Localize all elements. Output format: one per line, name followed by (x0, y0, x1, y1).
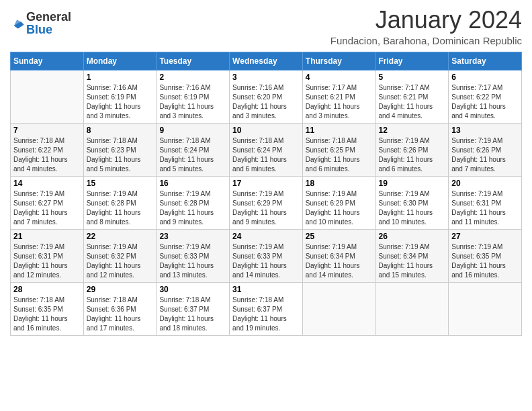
day-number: 31 (232, 285, 300, 294)
day-info: Sunrise: 7:19 AMSunset: 6:29 PMDaylight:… (232, 189, 300, 227)
day-info: Sunrise: 7:17 AMSunset: 6:21 PMDaylight:… (379, 83, 446, 121)
calendar-cell-w3-d6: 20Sunrise: 7:19 AMSunset: 6:31 PMDayligh… (449, 176, 522, 229)
calendar-cell-w3-d4: 18Sunrise: 7:19 AMSunset: 6:29 PMDayligh… (302, 176, 375, 229)
day-number: 16 (159, 179, 226, 188)
day-number: 30 (159, 285, 226, 294)
day-number: 2 (159, 73, 226, 82)
day-info: Sunrise: 7:19 AMSunset: 6:33 PMDaylight:… (232, 242, 300, 280)
calendar-cell-w4-d2: 23Sunrise: 7:19 AMSunset: 6:33 PMDayligh… (157, 229, 230, 282)
logo-icon (10, 15, 25, 30)
day-info: Sunrise: 7:19 AMSunset: 6:31 PMDaylight:… (451, 189, 519, 227)
day-info: Sunrise: 7:19 AMSunset: 6:35 PMDaylight:… (451, 242, 519, 280)
calendar-cell-w5-d3: 31Sunrise: 7:18 AMSunset: 6:37 PMDayligh… (230, 282, 303, 335)
day-number: 29 (87, 285, 154, 294)
day-number: 5 (379, 73, 446, 82)
calendar-cell-w5-d6 (449, 282, 522, 335)
day-info: Sunrise: 7:18 AMSunset: 6:25 PMDaylight:… (306, 136, 373, 174)
day-info: Sunrise: 7:18 AMSunset: 6:37 PMDaylight:… (159, 295, 226, 333)
week-row-2: 7Sunrise: 7:18 AMSunset: 6:22 PMDaylight… (11, 123, 522, 176)
calendar-cell-w1-d0 (11, 70, 84, 123)
calendar-cell-w1-d4: 4Sunrise: 7:17 AMSunset: 6:21 PMDaylight… (302, 70, 375, 123)
day-info: Sunrise: 7:19 AMSunset: 6:29 PMDaylight:… (306, 189, 373, 227)
week-row-5: 28Sunrise: 7:18 AMSunset: 6:35 PMDayligh… (11, 282, 522, 335)
calendar-cell-w5-d1: 29Sunrise: 7:18 AMSunset: 6:36 PMDayligh… (83, 282, 157, 335)
day-number: 28 (13, 285, 81, 294)
calendar-cell-w2-d4: 11Sunrise: 7:18 AMSunset: 6:25 PMDayligh… (302, 123, 375, 176)
day-number: 11 (306, 126, 373, 135)
day-number: 8 (87, 126, 154, 135)
week-row-4: 21Sunrise: 7:19 AMSunset: 6:31 PMDayligh… (11, 229, 522, 282)
day-info: Sunrise: 7:18 AMSunset: 6:22 PMDaylight:… (13, 136, 81, 174)
day-number: 21 (13, 232, 81, 241)
day-number: 25 (306, 232, 373, 241)
day-number: 3 (232, 73, 300, 82)
header-monday: Monday (83, 52, 157, 70)
calendar-cell-w3-d3: 17Sunrise: 7:19 AMSunset: 6:29 PMDayligh… (230, 176, 303, 229)
calendar-cell-w4-d1: 22Sunrise: 7:19 AMSunset: 6:32 PMDayligh… (83, 229, 157, 282)
svg-marker-1 (14, 19, 24, 28)
day-info: Sunrise: 7:16 AMSunset: 6:19 PMDaylight:… (87, 83, 154, 121)
calendar-table: Sunday Monday Tuesday Wednesday Thursday… (10, 52, 522, 336)
day-number: 6 (451, 73, 519, 82)
calendar-cell-w2-d6: 13Sunrise: 7:19 AMSunset: 6:26 PMDayligh… (449, 123, 522, 176)
day-info: Sunrise: 7:18 AMSunset: 6:24 PMDaylight:… (159, 136, 226, 174)
day-number: 22 (87, 232, 154, 241)
day-info: Sunrise: 7:16 AMSunset: 6:19 PMDaylight:… (159, 83, 226, 121)
calendar-cell-w3-d2: 16Sunrise: 7:19 AMSunset: 6:28 PMDayligh… (157, 176, 230, 229)
day-number: 23 (159, 232, 226, 241)
month-title: January 2024 (330, 7, 522, 34)
day-info: Sunrise: 7:19 AMSunset: 6:28 PMDaylight:… (87, 189, 154, 227)
calendar-cell-w2-d3: 10Sunrise: 7:18 AMSunset: 6:24 PMDayligh… (230, 123, 303, 176)
day-number: 19 (379, 179, 446, 188)
calendar-cell-w4-d4: 25Sunrise: 7:19 AMSunset: 6:34 PMDayligh… (302, 229, 375, 282)
day-number: 15 (87, 179, 154, 188)
day-number: 1 (87, 73, 154, 82)
logo: General Blue (10, 7, 71, 36)
logo-text-general: General (26, 10, 71, 24)
logo-text-blue: Blue (26, 23, 52, 36)
day-info: Sunrise: 7:17 AMSunset: 6:21 PMDaylight:… (306, 83, 373, 121)
header-tuesday: Tuesday (157, 52, 230, 70)
day-number: 24 (232, 232, 300, 241)
calendar-cell-w3-d0: 14Sunrise: 7:19 AMSunset: 6:27 PMDayligh… (11, 176, 84, 229)
calendar-cell-w5-d2: 30Sunrise: 7:18 AMSunset: 6:37 PMDayligh… (157, 282, 230, 335)
day-number: 10 (232, 126, 300, 135)
header-thursday: Thursday (302, 52, 375, 70)
day-info: Sunrise: 7:18 AMSunset: 6:35 PMDaylight:… (13, 295, 81, 333)
day-info: Sunrise: 7:19 AMSunset: 6:33 PMDaylight:… (159, 242, 226, 280)
day-info: Sunrise: 7:19 AMSunset: 6:26 PMDaylight:… (379, 136, 446, 174)
day-info: Sunrise: 7:19 AMSunset: 6:32 PMDaylight:… (87, 242, 154, 280)
header-wednesday: Wednesday (230, 52, 303, 70)
header-saturday: Saturday (449, 52, 522, 70)
day-info: Sunrise: 7:18 AMSunset: 6:36 PMDaylight:… (87, 295, 154, 333)
day-info: Sunrise: 7:19 AMSunset: 6:27 PMDaylight:… (13, 189, 81, 227)
day-number: 12 (379, 126, 446, 135)
day-info: Sunrise: 7:18 AMSunset: 6:37 PMDaylight:… (232, 295, 300, 333)
day-info: Sunrise: 7:19 AMSunset: 6:31 PMDaylight:… (13, 242, 81, 280)
title-area: January 2024 Fundacion, Barahona, Domini… (330, 7, 522, 46)
week-row-3: 14Sunrise: 7:19 AMSunset: 6:27 PMDayligh… (11, 176, 522, 229)
calendar-cell-w1-d6: 6Sunrise: 7:17 AMSunset: 6:22 PMDaylight… (449, 70, 522, 123)
day-info: Sunrise: 7:16 AMSunset: 6:20 PMDaylight:… (232, 83, 300, 121)
calendar-cell-w4-d3: 24Sunrise: 7:19 AMSunset: 6:33 PMDayligh… (230, 229, 303, 282)
day-number: 18 (306, 179, 373, 188)
day-number: 9 (159, 126, 226, 135)
calendar-cell-w4-d0: 21Sunrise: 7:19 AMSunset: 6:31 PMDayligh… (11, 229, 84, 282)
day-info: Sunrise: 7:19 AMSunset: 6:26 PMDaylight:… (451, 136, 519, 174)
header-sunday: Sunday (11, 52, 84, 70)
calendar-cell-w2-d1: 8Sunrise: 7:18 AMSunset: 6:23 PMDaylight… (83, 123, 157, 176)
header: General Blue January 2024 Fundacion, Bar… (10, 7, 522, 46)
days-header-row: Sunday Monday Tuesday Wednesday Thursday… (11, 52, 522, 70)
calendar-cell-w2-d5: 12Sunrise: 7:19 AMSunset: 6:26 PMDayligh… (375, 123, 449, 176)
day-number: 13 (451, 126, 519, 135)
day-number: 14 (13, 179, 81, 188)
day-info: Sunrise: 7:19 AMSunset: 6:34 PMDaylight:… (379, 242, 446, 280)
calendar-cell-w4-d5: 26Sunrise: 7:19 AMSunset: 6:34 PMDayligh… (375, 229, 449, 282)
day-number: 4 (306, 73, 373, 82)
day-number: 26 (379, 232, 446, 241)
day-number: 20 (451, 179, 519, 188)
day-info: Sunrise: 7:19 AMSunset: 6:34 PMDaylight:… (306, 242, 373, 280)
calendar-cell-w2-d2: 9Sunrise: 7:18 AMSunset: 6:24 PMDaylight… (157, 123, 230, 176)
day-info: Sunrise: 7:19 AMSunset: 6:28 PMDaylight:… (159, 189, 226, 227)
calendar-cell-w1-d3: 3Sunrise: 7:16 AMSunset: 6:20 PMDaylight… (230, 70, 303, 123)
